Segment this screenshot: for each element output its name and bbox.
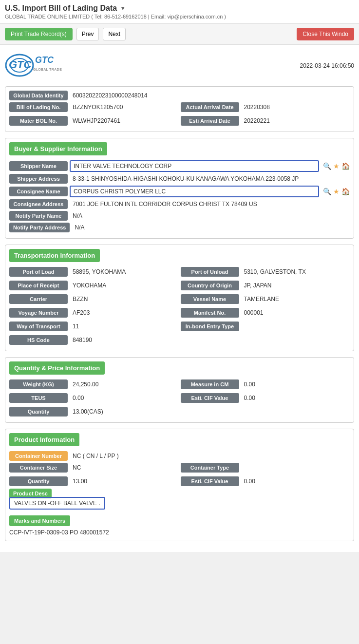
buyer-supplier-title: Buyer & Supplier Information	[9, 142, 107, 155]
quantity-price-body: Weight (KG) 24,250.00 Measure in CM 0.00…	[5, 378, 354, 422]
container-number-row: Container Number NC ( CN / L / PP )	[9, 451, 350, 461]
hs-code-label: HS Code	[9, 335, 68, 345]
weight-row: Weight (KG) 24,250.00	[9, 379, 179, 389]
container-type-value	[241, 467, 350, 469]
bol-label: Bill of Lading No.	[9, 102, 68, 112]
logo-svg: GTC GTC GLOBAL TRADE ONLINE LIMITED	[5, 52, 63, 79]
svg-text:GTC: GTC	[9, 58, 32, 71]
product-esti-cif-label: Esti. CIF Value	[181, 476, 239, 486]
container-type-label: Container Type	[181, 463, 239, 473]
marks-value: CCP-IVT-19P-0309-03 PO 480001572	[9, 528, 350, 537]
close-button[interactable]: Close This Windo	[297, 28, 354, 40]
consignee-icons: 🔍 ★ 🏠	[323, 188, 350, 195]
prev-button[interactable]: Prev	[76, 28, 99, 40]
container-type-row: Container Type	[181, 463, 350, 473]
country-of-origin-label: Country of Origin	[181, 281, 239, 290]
shipper-address-label: Shipper Address	[9, 174, 68, 184]
teus-value: 0.00	[70, 394, 179, 402]
container-number-value: NC ( CN / L / PP )	[70, 452, 350, 460]
measure-label: Measure in CM	[181, 379, 239, 389]
shipper-address-row: Shipper Address 8-33-1 SHINYOSHIDA-HIGAS…	[9, 174, 350, 184]
notify-party-name-row: Notify Party Name N/A	[9, 211, 350, 221]
consignee-star-icon[interactable]: ★	[333, 188, 340, 195]
notify-party-name-value: N/A	[70, 211, 350, 220]
way-of-transport-value: 11	[70, 322, 179, 331]
subtitle: GLOBAL TRADE ONLINE LIMITED ( Tel: 86-51…	[5, 14, 354, 19]
consignee-name-value: CORPUS CHRISTI POLYMER LLC	[70, 186, 319, 197]
notify-party-address-value: N/A	[72, 223, 350, 232]
port-of-load-value: 58895, YOKOHAMA	[70, 267, 179, 276]
voyage-number-row: Voyage Number AF203	[9, 308, 179, 318]
consignee-home-icon[interactable]: 🏠	[341, 188, 350, 195]
container-size-row: Container Size NC	[9, 463, 179, 473]
mater-bol-value: WLWHJP2207461	[70, 116, 179, 125]
consignee-name-row: Consignee Name CORPUS CHRISTI POLYMER LL…	[9, 186, 350, 197]
consignee-name-label: Consignee Name	[9, 187, 68, 196]
container-size-value: NC	[70, 463, 179, 472]
logo-area: GTC GTC GLOBAL TRADE ONLINE LIMITED 2022…	[5, 50, 354, 81]
svg-text:GTC: GTC	[35, 55, 54, 65]
notify-party-address-label: Notify Party Address	[9, 223, 70, 232]
notify-party-address-row: Notify Party Address N/A	[9, 223, 350, 232]
product-quantity-row: Quantity 13.00	[9, 476, 179, 486]
title-arrow-icon[interactable]: ▼	[120, 5, 126, 12]
product-desc-container: Product Desc VALVES ON -OFF BALL VALVE .	[9, 490, 350, 512]
shipper-search-icon[interactable]: 🔍	[323, 162, 331, 170]
port-of-load-row: Port of Load 58895, YOKOHAMA	[9, 267, 179, 277]
buyer-supplier-section: Buyer & Supplier Information Shipper Nam…	[5, 138, 354, 239]
manifest-no-value: 000001	[241, 308, 350, 317]
print-button[interactable]: Print Trade Record(s)	[5, 28, 73, 40]
manifest-no-row: Manifest No. 000001	[181, 308, 350, 318]
carrier-label: Carrier	[9, 294, 68, 304]
marks-label: Marks and Numbers	[9, 515, 70, 526]
qp-quantity-label: Quantity	[9, 407, 68, 417]
shipper-icons: 🔍 ★ 🏠	[323, 162, 350, 170]
in-bond-entry-row: In-bond Entry Type	[181, 322, 350, 331]
in-bond-entry-label: In-bond Entry Type	[181, 322, 239, 331]
country-of-origin-value: JP, JAPAN	[241, 281, 350, 290]
toolbar: Print Trade Record(s) Prev Next Close Th…	[0, 24, 359, 45]
shipper-home-icon[interactable]: 🏠	[341, 162, 350, 170]
carrier-value: BZZN	[70, 295, 179, 303]
global-id-row: Global Data Identity 6003202202310000024…	[9, 91, 350, 100]
shipper-name-label: Shipper Name	[9, 161, 68, 171]
esti-arrival-row: Esti Arrival Date 20220221	[181, 116, 350, 126]
measure-value: 0.00	[241, 380, 350, 389]
bol-value: BZZNYOK1205700	[70, 103, 179, 112]
bol-row: Bill of Lading No. BZZNYOK1205700	[9, 102, 179, 112]
quantity-price-title: Quantity & Price Information	[9, 361, 105, 375]
product-esti-cif-value: 0.00	[241, 477, 350, 486]
consignee-search-icon[interactable]: 🔍	[323, 188, 331, 195]
port-of-unload-row: Port of Unload 5310, GALVESTON, TX	[181, 267, 350, 277]
title-text: U.S. Import Bill of Lading Data	[5, 4, 117, 13]
port-of-unload-label: Port of Unload	[181, 267, 239, 277]
product-desc-value: VALVES ON -OFF BALL VALVE .	[9, 497, 105, 510]
measure-row: Measure in CM 0.00	[181, 379, 350, 389]
global-data-identity-value: 600320220231000002480​14	[70, 91, 350, 100]
timestamp: 2022-03-24 16:06:50	[300, 62, 354, 69]
esti-arrival-value: 20220221	[241, 116, 350, 125]
shipper-star-icon[interactable]: ★	[333, 162, 340, 170]
voyage-number-value: AF203	[70, 308, 179, 317]
actual-arrival-value: 20220308	[241, 103, 350, 112]
esti-arrival-label: Esti Arrival Date	[181, 116, 239, 126]
qp-quantity-value: 13.00(CAS)	[70, 407, 350, 416]
way-of-transport-row: Way of Transport 11	[9, 322, 179, 331]
next-button[interactable]: Next	[103, 28, 126, 40]
marks-container: Marks and Numbers CCP-IVT-19P-0309-03 PO…	[9, 515, 350, 537]
product-body: Container Number NC ( CN / L / PP ) Cont…	[5, 449, 354, 541]
global-data-identity-label: Global Data Identity	[9, 91, 68, 100]
carrier-row: Carrier BZZN	[9, 294, 179, 304]
identity-section: Global Data Identity 6003202202310000024…	[5, 86, 354, 132]
hs-code-row: HS Code 848190	[9, 335, 350, 345]
place-of-receipt-row: Place of Receipt YOKOHAMA	[9, 281, 179, 290]
port-of-unload-value: 5310, GALVESTON, TX	[241, 267, 350, 276]
product-title: Product Information	[9, 433, 79, 446]
main-content: GTC GTC GLOBAL TRADE ONLINE LIMITED 2022…	[0, 45, 359, 552]
esti-cif-label: Esti. CIF Value	[181, 393, 239, 403]
place-of-receipt-label: Place of Receipt	[9, 281, 68, 290]
product-esti-cif-row: Esti. CIF Value 0.00	[181, 476, 350, 486]
buyer-supplier-body: Shipper Name INTER VALVE TECHNOLOGY CORP…	[5, 158, 354, 238]
teus-row: TEUS 0.00	[9, 393, 179, 403]
qp-quantity-row: Quantity 13.00(CAS)	[9, 407, 350, 417]
